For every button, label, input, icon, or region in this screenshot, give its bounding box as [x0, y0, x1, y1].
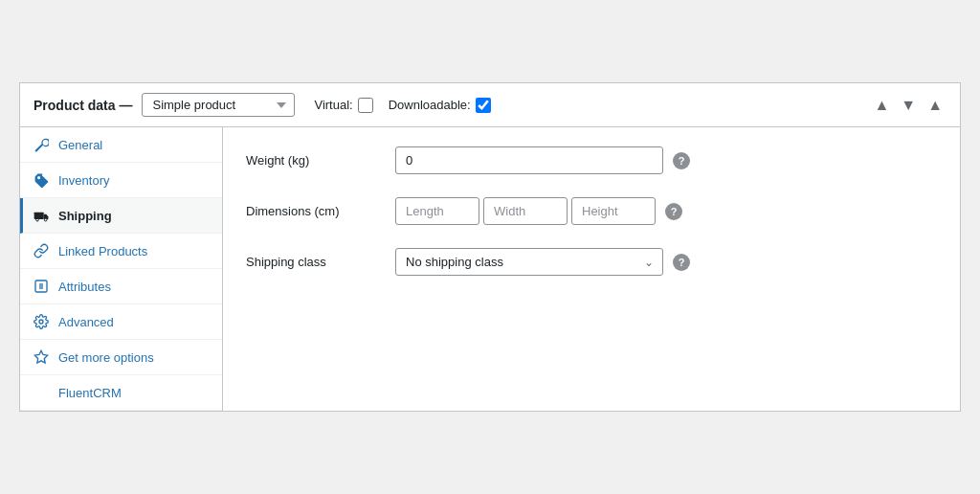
- sidebar-item-shipping[interactable]: Shipping: [20, 198, 222, 234]
- weight-row: Weight (kg) ?: [246, 146, 937, 174]
- shipping-class-row: Shipping class No shipping class ⌄ ?: [246, 248, 937, 276]
- fluent-icon: [33, 385, 51, 400]
- sidebar-general-label: General: [58, 138, 102, 152]
- shipping-class-label: Shipping class: [246, 255, 380, 269]
- virtual-label[interactable]: Virtual:: [314, 98, 372, 113]
- product-data-body: General Inventory Shipping Linked Produc…: [20, 127, 960, 411]
- product-data-box: Product data — Simple product Virtual: D…: [19, 82, 961, 412]
- shipping-class-select-wrap: No shipping class ⌄: [395, 248, 663, 276]
- sidebar-item-attributes[interactable]: Attributes: [20, 269, 222, 304]
- dimensions-help-icon[interactable]: ?: [665, 203, 682, 220]
- sidebar-linked-products-label: Linked Products: [58, 244, 147, 258]
- downloadable-checkbox[interactable]: [476, 98, 491, 113]
- sidebar-item-get-more-options[interactable]: Get more options: [20, 340, 222, 375]
- weight-help-icon[interactable]: ?: [673, 152, 690, 169]
- sidebar-item-general[interactable]: General: [20, 127, 222, 163]
- dimensions-row: Dimensions (cm) ?: [246, 197, 937, 225]
- list-icon: [33, 279, 51, 294]
- product-data-header: Product data — Simple product Virtual: D…: [20, 83, 960, 127]
- main-content: Weight (kg) ? Dimensions (cm) ?: [223, 127, 960, 411]
- svg-point-2: [44, 218, 47, 221]
- link-icon: [33, 243, 51, 258]
- sidebar-shipping-label: Shipping: [58, 209, 112, 223]
- weight-label: Weight (kg): [246, 153, 380, 168]
- svg-marker-8: [34, 350, 47, 363]
- svg-point-1: [36, 218, 39, 221]
- collapse-button[interactable]: ▲: [924, 96, 947, 115]
- shipping-class-select[interactable]: No shipping class: [395, 248, 663, 276]
- weight-field: ?: [395, 146, 937, 174]
- sidebar-advanced-label: Advanced: [58, 315, 114, 329]
- sidebar-attributes-label: Attributes: [58, 280, 111, 294]
- dimensions-field: ?: [395, 197, 937, 225]
- svg-point-7: [39, 320, 43, 324]
- shipping-class-help-icon[interactable]: ?: [673, 254, 690, 271]
- wrench-icon: [33, 137, 51, 152]
- dim-inputs: [395, 197, 656, 225]
- virtual-downloadable-section: Virtual: Downloadable:: [314, 98, 490, 113]
- shipping-icon: [33, 208, 51, 223]
- sidebar-inventory-label: Inventory: [58, 173, 109, 188]
- virtual-checkbox[interactable]: [358, 98, 373, 113]
- height-input[interactable]: [571, 197, 656, 225]
- move-up-button[interactable]: ▲: [870, 96, 893, 115]
- width-input[interactable]: [483, 197, 568, 225]
- length-input[interactable]: [395, 197, 479, 225]
- downloadable-label[interactable]: Downloadable:: [389, 98, 491, 113]
- sidebar-item-inventory[interactable]: Inventory: [20, 163, 222, 198]
- svg-rect-0: [34, 213, 44, 219]
- star-icon: [33, 349, 51, 365]
- sidebar-item-advanced[interactable]: Advanced: [20, 304, 222, 340]
- sidebar-get-more-label: Get more options: [58, 350, 154, 365]
- sidebar-item-linked-products[interactable]: Linked Products: [20, 234, 222, 269]
- product-type-select[interactable]: Simple product: [142, 93, 295, 117]
- sidebar-item-fluentcrm[interactable]: FluentCRM: [20, 375, 222, 411]
- move-down-button[interactable]: ▼: [897, 96, 920, 115]
- product-data-title: Product data —: [33, 98, 132, 113]
- dimensions-label: Dimensions (cm): [246, 204, 380, 218]
- header-arrows: ▲ ▼ ▲: [870, 96, 947, 115]
- sidebar-fluentcrm-label: FluentCRM: [58, 386, 122, 400]
- gear-icon: [33, 314, 51, 329]
- shipping-class-field: No shipping class ⌄ ?: [395, 248, 937, 276]
- weight-input[interactable]: [395, 146, 663, 174]
- tag-icon: [33, 172, 51, 188]
- sidebar: General Inventory Shipping Linked Produc…: [20, 127, 223, 411]
